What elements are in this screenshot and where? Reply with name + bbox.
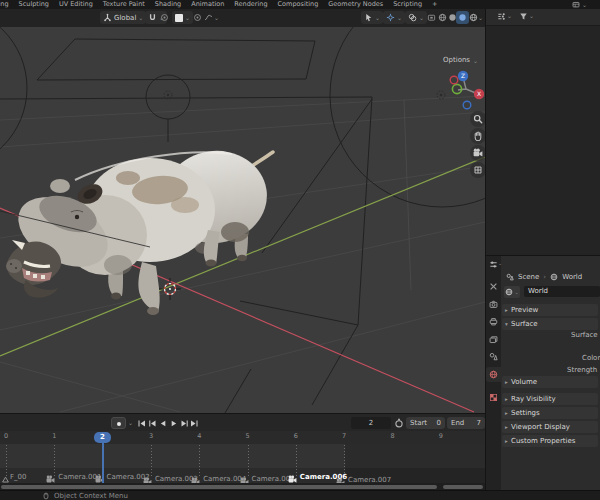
current-frame-field[interactable]: 2 xyxy=(351,417,391,429)
camera-view-button[interactable] xyxy=(470,145,485,161)
jump-to-end-button[interactable] xyxy=(189,417,200,429)
workspace-tab[interactable]: Modeling xyxy=(0,0,9,9)
chevron-down-icon: ⌄ xyxy=(473,57,478,64)
navigation-gizmo[interactable]: Z X xyxy=(446,67,485,111)
color-swatch-dropdown[interactable]: ⌄ xyxy=(172,11,193,24)
orientation-label: Global xyxy=(114,14,136,22)
panel-arrow-icon: ▸ xyxy=(502,376,511,388)
current-frame-badge-value: 2 xyxy=(100,433,105,441)
shading-material-icon[interactable] xyxy=(458,13,467,22)
panel-header[interactable]: ▾Surface xyxy=(502,318,598,330)
end-frame-field[interactable]: End 7 xyxy=(447,417,485,429)
end-value: 7 xyxy=(477,417,481,429)
gizmos-dropdown[interactable]: ⌄ xyxy=(383,11,405,24)
tab-world-icon[interactable] xyxy=(489,370,498,379)
chevron-down-icon[interactable]: ⌄ xyxy=(214,14,219,21)
auto-keying-button[interactable] xyxy=(111,417,126,429)
chevron-down-icon: ⌄ xyxy=(138,14,143,21)
scrollbar-handle[interactable] xyxy=(443,485,483,489)
prev-keyframe-button[interactable] xyxy=(147,417,158,429)
scrollbar-thumb[interactable] xyxy=(1,485,437,489)
chevron-down-icon[interactable]: ⌄ xyxy=(582,1,587,8)
timeline-out-of-range xyxy=(345,444,485,483)
transform-orientation-dropdown[interactable]: Global ⌄ xyxy=(100,11,146,24)
tab-texture-icon[interactable] xyxy=(489,393,498,402)
tab-scene-icon[interactable] xyxy=(489,352,498,361)
mouse-icon xyxy=(42,492,50,500)
shading-wireframe-icon[interactable] xyxy=(438,13,447,22)
chevron-down-icon[interactable]: ⌄ xyxy=(128,419,133,426)
shading-rendered-icon[interactable] xyxy=(469,13,478,22)
panel-title: Settings xyxy=(511,409,540,417)
world-name-field[interactable]: World xyxy=(524,286,600,297)
current-frame-badge[interactable]: 2 xyxy=(94,432,111,443)
chevron-down-icon: ⌄ xyxy=(185,14,190,21)
stopwatch-icon[interactable] xyxy=(394,418,404,428)
world-datablock-dropdown[interactable]: ⌄ xyxy=(504,286,520,298)
panel-header[interactable]: ▸Settings xyxy=(502,407,598,419)
overlays-dropdown[interactable]: ⌄ xyxy=(405,11,427,24)
viewport-3d[interactable]: Options⌄ Z X xyxy=(0,27,485,413)
workspace-tab[interactable]: Scripting xyxy=(393,0,422,9)
viewport-canvas xyxy=(0,27,485,413)
panel-header[interactable]: ▸Volume xyxy=(502,376,598,388)
select-tool-dropdown[interactable]: ⌄ xyxy=(361,11,383,24)
editor-type-icon[interactable] xyxy=(489,260,498,269)
grid-line xyxy=(404,100,411,290)
panel-header[interactable]: ▸Ray Visibility xyxy=(502,393,598,405)
workspace-tab[interactable]: Geometry Nodes xyxy=(328,0,383,9)
timeline-ruler[interactable] xyxy=(0,431,485,444)
timeline-scrollbar[interactable] xyxy=(0,483,485,490)
panel-title: Custom Properties xyxy=(511,437,575,445)
workspace-tab[interactable]: Texture Paint xyxy=(103,0,145,9)
workspace-tab[interactable]: Rendering xyxy=(234,0,267,9)
outliner-panel: ⌄ ⌄ Scene Collection▾Collection▾Collecti… xyxy=(485,9,600,255)
target-icon[interactable] xyxy=(193,13,202,22)
workspace-tab[interactable]: Sculpting xyxy=(19,0,49,9)
workspace-tab[interactable]: + xyxy=(432,0,437,9)
workspace-tab[interactable]: Animation xyxy=(191,0,224,9)
workspace-tab[interactable]: Shading xyxy=(155,0,181,9)
proportional-editing-icon[interactable] xyxy=(160,13,169,22)
panel-header[interactable]: ▸Custom Properties xyxy=(502,435,598,447)
panel-arrow-icon: ▸ xyxy=(502,304,511,316)
panel-header[interactable]: ▸Preview xyxy=(502,304,598,316)
breadcrumb-scene[interactable]: Scene xyxy=(518,273,539,281)
workspace-tab[interactable]: UV Editing xyxy=(59,0,93,9)
falloff-curve-icon[interactable] xyxy=(204,13,213,22)
tab-render-icon[interactable] xyxy=(489,300,498,309)
start-frame-field[interactable]: Start 0 xyxy=(406,417,445,429)
white-swatch xyxy=(175,14,183,22)
panel-title: Surface xyxy=(511,320,538,328)
tab-tool-icon[interactable] xyxy=(489,282,498,291)
tab-output-icon[interactable] xyxy=(489,317,498,326)
start-label: Start xyxy=(410,419,427,427)
chevron-down-icon[interactable]: ⌄ xyxy=(478,14,483,21)
chevron-down-icon: ⌄ xyxy=(397,14,402,21)
gizmo-z-label: Z xyxy=(461,72,465,79)
end-label: End xyxy=(451,419,464,427)
cursor-3d[interactable] xyxy=(159,278,181,300)
perspective-toggle-button[interactable] xyxy=(470,162,485,178)
tab-viewlayer-icon[interactable] xyxy=(489,335,498,344)
options-button[interactable]: Options⌄ xyxy=(443,56,478,64)
panel-title: Ray Visibility xyxy=(511,395,556,403)
jump-to-start-button[interactable] xyxy=(136,417,147,429)
breadcrumb-world[interactable]: World xyxy=(562,273,582,281)
screen-layout-icon[interactable] xyxy=(572,1,580,9)
playhead[interactable] xyxy=(102,443,104,483)
zoom-tool-button[interactable] xyxy=(470,111,485,127)
panel-header[interactable]: ▸Viewport Display xyxy=(502,421,598,433)
property-label: Strength xyxy=(567,366,597,374)
play-button[interactable] xyxy=(168,417,179,429)
boar-model[interactable] xyxy=(6,144,273,315)
pan-tool-button[interactable] xyxy=(470,128,485,144)
topbar: ModelingSculptingUV EditingTexture Paint… xyxy=(0,0,600,9)
chevron-down-icon: ⌄ xyxy=(375,14,380,21)
workspace-tab[interactable]: Compositing xyxy=(278,0,319,9)
panel-arrow-icon: ▾ xyxy=(502,318,511,330)
xray-toggle-icon[interactable] xyxy=(427,13,436,22)
property-label: Surface xyxy=(571,331,598,339)
chevron-down-icon[interactable]: ⌄ xyxy=(498,260,502,266)
panel-arrow-icon: ▸ xyxy=(502,393,511,405)
